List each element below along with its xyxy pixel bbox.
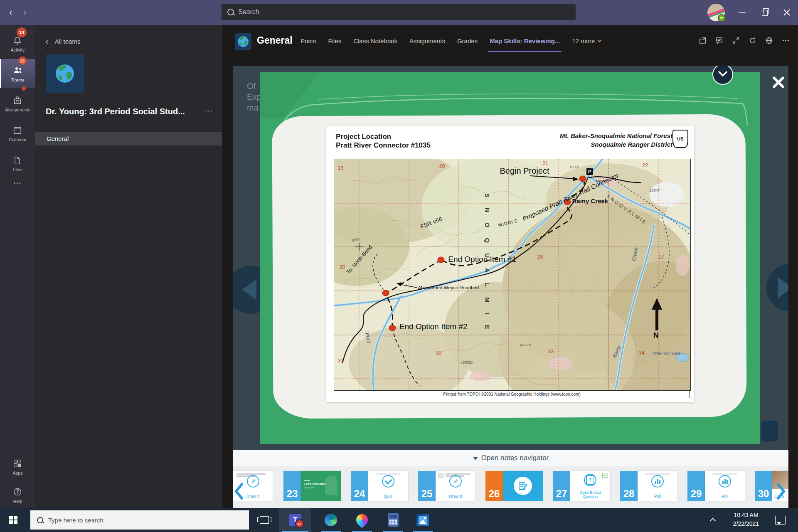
- map-section-number: 27: [658, 254, 664, 260]
- teams-sidebar: ‹ All teams Dr. Young: 3rd Period Social…: [35, 25, 222, 508]
- calculator-icon: [388, 513, 399, 527]
- globe-icon: [53, 62, 77, 86]
- map-title-line1: Project Location: [336, 132, 431, 141]
- tab-assignments[interactable]: Assignments: [409, 37, 445, 44]
- rail-item-help[interactable]: ? Help: [0, 480, 35, 510]
- slide-thumbnail[interactable]: Poll: [638, 471, 677, 501]
- apps-icon: [13, 459, 22, 468]
- notes-navigator-toggle[interactable]: Open notes navigator: [233, 450, 788, 467]
- search-input[interactable]: Search: [222, 4, 576, 20]
- slide-thumbnail[interactable]: ? Open Ended Question: [570, 471, 610, 501]
- app-rail: 14 Activity @ Teams Assignments Calendar…: [0, 25, 35, 508]
- task-view-icon: [260, 516, 269, 524]
- thumbnail-label: Draw It: [436, 495, 475, 499]
- team-name[interactable]: Dr. Young: 3rd Period Social Stud...: [46, 107, 195, 116]
- restore-button[interactable]: [759, 8, 771, 17]
- open-in-window-icon[interactable]: [699, 37, 707, 44]
- team-avatar[interactable]: [46, 54, 84, 93]
- start-button[interactable]: [9, 516, 17, 524]
- channel-item-general[interactable]: General: [35, 132, 222, 145]
- slide-filmstrip: ✎ Draw It 23 Let's evaluate! 24 Quiz 25: [233, 466, 788, 508]
- task-view-button[interactable]: [255, 508, 273, 532]
- taskbar-color-drop-button[interactable]: [350, 508, 374, 532]
- notes-navigator-label: Open notes navigator: [481, 454, 549, 462]
- map-section-number: 34: [639, 350, 645, 356]
- all-teams-back[interactable]: ‹ All teams: [45, 37, 80, 46]
- forward-icon[interactable]: ›: [20, 7, 30, 17]
- filmstrip-next-icon[interactable]: [777, 483, 786, 500]
- taskbar-clock[interactable]: 10:43 AM 2/22/2021: [725, 511, 767, 528]
- rail-item-teams[interactable]: @ Teams: [0, 59, 35, 88]
- tray-show-hidden-button[interactable]: [707, 508, 719, 532]
- map-label-end-option-1: End Option Item #1: [448, 255, 516, 264]
- slide-number[interactable]: 29: [687, 471, 705, 501]
- slide-thumbnail[interactable]: Let's evaluate!: [301, 471, 341, 501]
- expand-icon[interactable]: [732, 37, 740, 44]
- action-center-button[interactable]: [771, 508, 789, 532]
- taskbar-calculator-button[interactable]: [381, 508, 406, 532]
- tab-posts[interactable]: Posts: [300, 37, 316, 44]
- back-icon[interactable]: ‹: [6, 7, 16, 17]
- calendar-icon: [13, 126, 22, 135]
- slide-thumbnail[interactable]: Poll: [705, 471, 745, 501]
- minimize-button[interactable]: [736, 8, 749, 17]
- rail-item-calendar[interactable]: Calendar: [0, 119, 35, 148]
- next-slide-button[interactable]: [766, 264, 788, 312]
- map-elevation: x35851: [461, 360, 473, 365]
- more-tabs-button[interactable]: 12 more: [572, 37, 602, 44]
- stage-corner-button[interactable]: [761, 421, 778, 441]
- slide-number[interactable]: 23: [283, 471, 301, 501]
- slide-thumbnail-selected[interactable]: [503, 471, 543, 501]
- channel-header: General Posts Files Class Notebook Assig…: [222, 25, 798, 59]
- tab-grades[interactable]: Grades: [457, 37, 478, 44]
- open-ended-icon: ?: [584, 474, 596, 486]
- slide-number[interactable]: 28: [620, 471, 638, 501]
- tab-files[interactable]: Files: [328, 37, 342, 44]
- chevron-down-icon: [597, 39, 602, 42]
- team-more-icon[interactable]: ⋯: [205, 106, 213, 116]
- slide-number[interactable]: 25: [418, 471, 436, 501]
- arrow-right-icon: [778, 277, 788, 298]
- more-tabs-label: 12 more: [572, 37, 595, 44]
- rail-item-files[interactable]: Files: [0, 149, 35, 178]
- slide-number-selected[interactable]: 26: [485, 471, 503, 501]
- map-label-snoqualmie-vertical: SNOQUALMIE: [484, 161, 491, 340]
- globe-icon[interactable]: [765, 37, 773, 44]
- thumbnail-label: Quiz: [368, 495, 408, 499]
- close-presentation-icon[interactable]: [770, 74, 787, 91]
- presentation-stage: Of Exp ma Project Location Pratt River C…: [233, 66, 788, 450]
- close-button[interactable]: [781, 8, 793, 17]
- globe-icon: [236, 34, 250, 49]
- activity-badge: 14: [17, 27, 27, 37]
- notification-icon: [775, 516, 786, 525]
- slide-number[interactable]: 30: [755, 471, 772, 501]
- map-title-line2: Pratt River Connector #1035: [336, 141, 431, 150]
- taskbar-photos-button[interactable]: [410, 508, 435, 532]
- chat-icon[interactable]: [715, 37, 723, 44]
- slide-thumbnail[interactable]: ✎ Draw It: [436, 471, 475, 501]
- rail-item-assignments[interactable]: Assignments: [0, 89, 35, 118]
- rail-item-apps[interactable]: Apps: [0, 452, 35, 481]
- map-section-number: 32: [436, 350, 441, 356]
- filmstrip-prev-icon[interactable]: [234, 483, 243, 500]
- rail-item-activity[interactable]: 14 Activity: [0, 29, 35, 58]
- taskbar-teams-button[interactable]: T 9+: [279, 508, 311, 532]
- taskbar-edge-button[interactable]: [318, 508, 343, 532]
- rail-item-more[interactable]: ⋯: [0, 175, 35, 192]
- refresh-icon[interactable]: [749, 37, 756, 44]
- rail-label: Files: [0, 167, 35, 172]
- slide-canvas: Project Location Pratt River Connector #…: [260, 72, 760, 444]
- slide-number[interactable]: 27: [553, 471, 570, 501]
- slide-number[interactable]: 24: [351, 471, 368, 501]
- map-elevation: 10547: [649, 188, 660, 192]
- avatar[interactable]: [707, 4, 725, 21]
- more-options-icon[interactable]: [782, 37, 790, 44]
- arrow-left-icon: [242, 279, 256, 300]
- taskbar-search-input[interactable]: Type here to search: [30, 510, 249, 530]
- tab-map-skills[interactable]: Map Skills: Reviewing...: [490, 37, 560, 44]
- status-available-icon: [718, 14, 726, 22]
- teams-notification-badge: 9+: [295, 519, 304, 528]
- tab-class-notebook[interactable]: Class Notebook: [353, 37, 397, 44]
- map-section-number: 30: [340, 264, 345, 270]
- slide-thumbnail[interactable]: Quiz: [368, 471, 408, 501]
